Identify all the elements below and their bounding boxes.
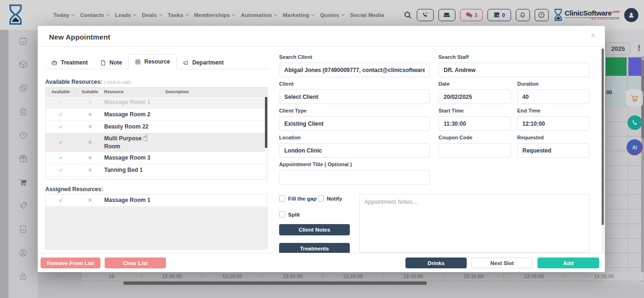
cursor-hand-icon: ☝ bbox=[142, 132, 148, 143]
resource-row-hovered[interactable]: ✓ ✕ Multi Purpose Room bbox=[46, 133, 267, 152]
appointment-title-label: Appointment Title ( Optional ) bbox=[279, 161, 430, 167]
modal-title: New Appointment bbox=[49, 33, 110, 41]
search-staff-input[interactable] bbox=[438, 63, 589, 77]
end-time-input[interactable] bbox=[517, 116, 589, 131]
fill-the-gap-checkbox[interactable] bbox=[279, 195, 285, 201]
check-icon: ✓ bbox=[46, 139, 76, 145]
close-icon[interactable]: × bbox=[590, 31, 595, 40]
x-icon: ✕ bbox=[76, 112, 104, 118]
modal-tabs: Treatment Note Resource Department bbox=[45, 55, 269, 69]
notify-checkbox-row[interactable]: Notify bbox=[318, 195, 342, 201]
requested-select[interactable] bbox=[517, 143, 589, 158]
clear-list-button[interactable]: Clear List bbox=[105, 258, 166, 268]
briefcase-icon bbox=[51, 60, 58, 66]
x-icon: ✕ bbox=[76, 124, 104, 130]
megaphone-icon bbox=[183, 60, 189, 66]
fill-the-gap-checkbox-row[interactable]: Fill the gap bbox=[279, 195, 317, 201]
list-icon bbox=[135, 59, 141, 65]
drinks-button[interactable]: Drinks bbox=[405, 258, 467, 268]
resource-row[interactable]: ✓ ✕ Massage Room 3 bbox=[46, 152, 267, 164]
new-appointment-modal: New Appointment × Treatment Note Resourc… bbox=[38, 26, 605, 272]
resource-row[interactable]: ✓ ✕ Tanning Bed 1 bbox=[46, 164, 267, 177]
client-notes-button[interactable]: Client Notes bbox=[279, 224, 350, 235]
tab-resource[interactable]: Resource bbox=[128, 54, 177, 69]
end-time-label: End Time bbox=[517, 108, 589, 113]
check-icon: ✓ bbox=[46, 197, 76, 203]
location-label: Location bbox=[279, 135, 430, 140]
tab-department[interactable]: Department bbox=[177, 56, 230, 69]
assigned-resources-table: ✓ ✕ Massage Room 1 bbox=[45, 194, 268, 250]
split-checkbox-row[interactable]: Split bbox=[279, 211, 300, 217]
divider bbox=[38, 46, 605, 47]
appointment-notes-textarea[interactable] bbox=[359, 194, 589, 253]
x-icon: ✕ bbox=[76, 139, 104, 145]
assigned-resource-row[interactable]: ✓ ✕ Massage Room 1 bbox=[46, 194, 267, 207]
x-icon: ✕ bbox=[76, 155, 104, 161]
x-icon: ✕ bbox=[76, 197, 104, 203]
click-to-add-hint: ( Click to Add) bbox=[104, 80, 131, 85]
note-icon bbox=[100, 60, 106, 66]
resource-row[interactable]: ✓ ✕ Massage Room 1 bbox=[46, 97, 267, 109]
table-header-row: Available Suitable Resource Description bbox=[46, 88, 267, 97]
tab-note[interactable]: Note bbox=[94, 56, 128, 69]
search-staff-label: Search Staff bbox=[438, 54, 589, 60]
resource-row[interactable]: ✓ ✕ Massage Room 2 bbox=[46, 109, 267, 121]
modal-footer: Remove From List Clear List Drinks Next … bbox=[38, 253, 605, 272]
modal-scrollbar-thumb[interactable] bbox=[602, 48, 604, 225]
check-icon: ✓ bbox=[46, 167, 76, 173]
x-icon: ✕ bbox=[76, 167, 104, 173]
client-label: Client bbox=[279, 81, 430, 87]
remove-from-list-button[interactable]: Remove From List bbox=[41, 258, 100, 268]
duration-label: Duration bbox=[517, 81, 589, 87]
client-type-label: Client Type bbox=[279, 108, 430, 113]
assigned-resources-heading: Assigned Resources: bbox=[45, 186, 103, 193]
available-resources-heading: Available Resources:( Click to Add) bbox=[45, 79, 131, 85]
start-time-label: Start Time bbox=[438, 108, 511, 113]
start-time-input[interactable] bbox=[438, 116, 511, 131]
available-resources-table: Available Suitable Resource Description … bbox=[45, 87, 268, 179]
coupon-code-input[interactable] bbox=[438, 143, 511, 158]
search-client-input[interactable] bbox=[279, 63, 430, 77]
check-icon: ✓ bbox=[46, 124, 76, 130]
notify-checkbox[interactable] bbox=[318, 195, 324, 201]
client-select[interactable] bbox=[279, 89, 430, 104]
x-icon: ✕ bbox=[76, 99, 104, 105]
requested-label: Requested bbox=[517, 135, 589, 140]
split-checkbox[interactable] bbox=[279, 211, 285, 217]
next-slot-button[interactable]: Next Slot bbox=[471, 258, 533, 268]
date-input[interactable] bbox=[438, 89, 511, 104]
check-icon: ✓ bbox=[46, 112, 76, 118]
appointment-title-input[interactable] bbox=[279, 170, 430, 185]
resource-row[interactable]: ✓ ✕ Beauty Room 22 bbox=[46, 121, 267, 133]
check-icon: ✓ bbox=[46, 99, 76, 105]
duration-input[interactable] bbox=[517, 89, 589, 104]
coupon-code-label: Coupon Code bbox=[438, 135, 511, 140]
client-type-select[interactable] bbox=[279, 116, 430, 131]
search-client-label: Search Client bbox=[279, 54, 430, 60]
date-label: Date bbox=[438, 81, 511, 87]
add-button[interactable]: Add bbox=[537, 258, 599, 268]
location-select[interactable] bbox=[279, 143, 430, 158]
table-scrollbar-thumb[interactable] bbox=[265, 97, 267, 148]
tab-treatment[interactable]: Treatment bbox=[45, 56, 94, 69]
check-icon: ✓ bbox=[46, 155, 76, 161]
